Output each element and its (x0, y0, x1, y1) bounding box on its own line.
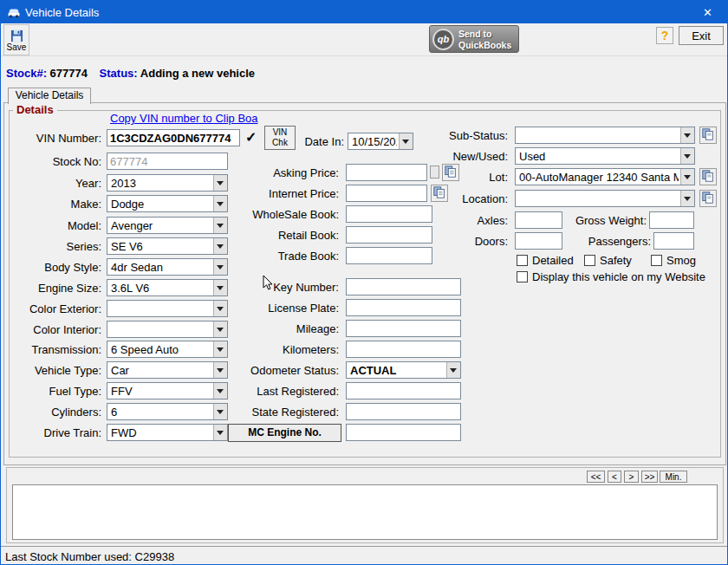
gross-weight-input[interactable] (649, 211, 694, 229)
nav-next-button[interactable]: > (624, 471, 639, 483)
asking-price-input[interactable] (346, 164, 427, 181)
make-label: Make: (8, 198, 101, 211)
dropdown-arrow-icon (213, 321, 227, 337)
stock-no-input[interactable] (107, 153, 228, 170)
status-value: Adding a new vehicle (140, 67, 255, 80)
new-used-combo[interactable]: Used (515, 147, 695, 165)
safety-checkbox[interactable]: Safety (584, 254, 632, 267)
close-button[interactable]: ✕ (688, 1, 727, 23)
mc-engine-no-label: MC Engine No. (228, 424, 341, 442)
nav-prev-button[interactable]: < (608, 471, 621, 483)
date-in-label: Date In: (297, 135, 344, 149)
dropdown-arrow-icon (680, 169, 694, 185)
notes-textarea[interactable] (12, 484, 718, 540)
transmission-label: Transmission: (8, 343, 101, 357)
help-button[interactable]: ? (656, 27, 673, 44)
license-plate-input[interactable] (346, 299, 461, 316)
mouse-cursor (263, 275, 273, 295)
car-icon (7, 5, 21, 19)
odometer-status-combo[interactable]: ACTUAL (346, 361, 461, 379)
engine-size-combo[interactable]: 3.6L V6 (107, 279, 228, 296)
dropdown-arrow-icon (213, 259, 227, 275)
gross-weight-label: Gross Weight: (564, 214, 647, 228)
doors-input[interactable] (515, 232, 562, 250)
passengers-label: Passengers: (569, 235, 651, 249)
nav-first-button[interactable]: << (587, 471, 605, 483)
send-to-quickbooks-button[interactable]: qb Send to QuickBooks (429, 25, 519, 53)
internet-price-input[interactable] (346, 185, 427, 202)
dropdown-arrow-icon (446, 362, 460, 378)
cylinders-combo[interactable]: 6 (107, 403, 228, 420)
mileage-label: Mileage: (226, 322, 339, 336)
last-registered-label: Last Registered: (226, 385, 339, 399)
retail-book-input[interactable] (346, 226, 432, 244)
mileage-input[interactable] (346, 320, 461, 337)
color-exterior-combo[interactable] (107, 300, 228, 317)
minimize-panel-button[interactable]: Min. (660, 471, 687, 483)
dropdown-arrow-icon (680, 127, 694, 143)
dropdown-arrow-icon (213, 238, 227, 254)
dropdown-arrow-icon (680, 148, 694, 164)
copy-vin-link[interactable]: Copy VIN number to Clip Boa (110, 112, 258, 125)
color-interior-combo[interactable] (107, 321, 228, 338)
lot-label: Lot: (417, 171, 508, 185)
trade-book-label: Trade Book: (226, 250, 339, 263)
doors-label: Doors: (452, 235, 508, 249)
titlebar: Vehicle Details ✕ (1, 1, 727, 23)
wholesale-book-input[interactable] (346, 205, 432, 223)
vin-input[interactable] (107, 129, 240, 146)
year-combo[interactable]: 2013 (107, 174, 228, 192)
sub-status-list-button[interactable] (699, 127, 717, 144)
sub-status-combo[interactable] (515, 127, 695, 144)
checkbox-box (517, 271, 528, 282)
mc-engine-no-input[interactable] (346, 424, 461, 441)
detailed-checkbox[interactable]: Detailed (517, 254, 574, 267)
nav-last-button[interactable]: >> (641, 471, 658, 483)
exit-button[interactable]: Exit (679, 26, 724, 45)
make-combo[interactable]: Dodge (107, 195, 228, 212)
dropdown-arrow-icon (213, 383, 227, 399)
year-label: Year: (8, 177, 101, 191)
model-combo[interactable]: Avenger (107, 217, 228, 234)
smog-checkbox[interactable]: Smog (651, 254, 696, 267)
list-lookup-icon (701, 194, 715, 207)
model-label: Model: (8, 219, 101, 233)
axles-label: Axles: (452, 214, 508, 228)
tab-vehicle-details[interactable]: Vehicle Details (8, 88, 91, 104)
trade-book-input[interactable] (346, 247, 432, 264)
body-style-combo[interactable]: 4dr Sedan (107, 258, 228, 276)
vin-check-button[interactable]: VINChk (264, 126, 296, 150)
state-registered-input[interactable] (346, 403, 461, 420)
dropdown-arrow-icon (213, 362, 227, 378)
display-on-website-checkbox[interactable]: Display this vehicle on my Website (517, 270, 705, 283)
checkbox-box (517, 255, 528, 266)
drive-train-combo[interactable]: FWD (107, 424, 228, 441)
license-plate-label: License Plate: (226, 302, 339, 315)
location-combo[interactable] (515, 190, 695, 207)
list-lookup-icon (701, 131, 715, 144)
fuel-type-label: Fuel Type: (8, 385, 101, 399)
series-combo[interactable]: SE V6 (107, 237, 228, 255)
details-group-title: Details (13, 103, 57, 116)
lot-list-button[interactable] (699, 168, 717, 185)
key-number-input[interactable] (346, 278, 461, 295)
date-in-combo[interactable]: 10/15/2015 (348, 133, 413, 150)
last-registered-input[interactable] (346, 382, 461, 399)
dropdown-arrow-icon (213, 425, 227, 440)
passengers-input[interactable] (653, 232, 694, 250)
drive-train-label: Drive Train: (8, 426, 101, 440)
statusbar: Last Stock Number used: C29938 (1, 546, 727, 565)
vehicle-type-combo[interactable]: Car (107, 361, 228, 379)
kilometers-input[interactable] (346, 341, 461, 358)
transmission-combo[interactable]: 6 Speed Auto (107, 341, 228, 358)
vehicle-details-window: Vehicle Details ✕ Save qb Send to QuickB… (0, 0, 728, 565)
window-title: Vehicle Details (25, 6, 99, 19)
axles-input[interactable] (515, 211, 562, 229)
send-to-quickbooks-label: Send to QuickBooks (458, 29, 511, 51)
location-list-button[interactable] (699, 190, 717, 207)
dropdown-arrow-icon (680, 191, 694, 206)
save-button[interactable]: Save (3, 24, 29, 55)
fuel-type-combo[interactable]: FFV (107, 382, 228, 399)
lot-combo[interactable]: 00-AutoManager 12340 Santa Mo (515, 168, 695, 185)
stock-status-line: Stock#: 677774 Status: Adding a new vehi… (6, 67, 263, 80)
